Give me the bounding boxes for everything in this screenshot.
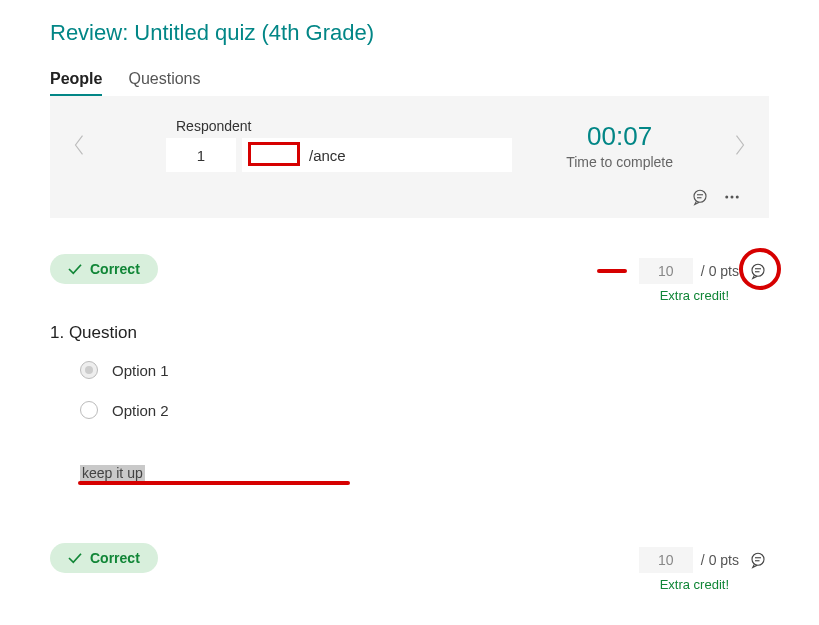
respondent-block: Respondent 1 /ance — [166, 118, 512, 172]
svg-point-9 — [752, 553, 764, 565]
respondent-label: Respondent — [176, 118, 512, 134]
review-page: Review: Untitled quiz (4th Grade) People… — [0, 0, 819, 592]
prev-respondent-button[interactable] — [70, 128, 88, 162]
question-2: Correct 10 / 0 pts Extra credit! — [50, 543, 769, 592]
points-input[interactable]: 10 — [639, 258, 693, 284]
svg-point-6 — [752, 264, 764, 276]
tab-people[interactable]: People — [50, 70, 102, 96]
option-1: Option 1 — [80, 361, 769, 379]
chevron-left-icon — [72, 133, 86, 157]
radio-option-2[interactable] — [80, 401, 98, 419]
correct-badge: Correct — [50, 254, 158, 284]
tab-questions[interactable]: Questions — [128, 70, 200, 96]
annotation-dash — [597, 269, 627, 273]
more-icon — [723, 188, 741, 206]
chevron-right-icon — [733, 133, 747, 157]
correct-badge: Correct — [50, 543, 158, 573]
chat-icon — [749, 551, 767, 569]
correct-label: Correct — [90, 550, 140, 566]
svg-point-0 — [694, 190, 706, 202]
respondent-index[interactable]: 1 — [166, 138, 236, 172]
respondent-card: Respondent 1 /ance 00:07 Time to complet… — [50, 96, 769, 218]
svg-point-4 — [731, 196, 734, 199]
feedback-text[interactable]: keep it up — [80, 465, 145, 481]
chat-icon — [691, 188, 709, 206]
check-icon — [68, 263, 82, 275]
extra-credit-label: Extra credit! — [50, 577, 769, 592]
respondent-fields: 1 /ance — [166, 138, 512, 172]
points-suffix: / 0 pts — [701, 263, 739, 279]
option-2-label: Option 2 — [112, 402, 169, 419]
respondent-feedback-button[interactable] — [689, 186, 711, 208]
check-icon — [68, 552, 82, 564]
question-feedback-button[interactable] — [747, 549, 769, 571]
next-respondent-button[interactable] — [731, 128, 749, 162]
options-list: Option 1 Option 2 — [80, 361, 769, 419]
redaction-annotation — [248, 142, 300, 166]
time-label: Time to complete — [566, 154, 673, 170]
extra-credit-label: Extra credit! — [50, 288, 769, 303]
question-feedback-button[interactable] — [747, 260, 769, 282]
svg-point-5 — [736, 196, 739, 199]
more-options-button[interactable] — [721, 186, 743, 208]
respondent-name-text: /ance — [309, 147, 346, 164]
points-area: 10 / 0 pts — [639, 547, 769, 573]
annotation-underline — [78, 481, 350, 485]
correct-label: Correct — [90, 261, 140, 277]
time-block: 00:07 Time to complete — [566, 121, 673, 170]
respondent-row: Respondent 1 /ance 00:07 Time to complet… — [70, 118, 749, 172]
feedback-comment: keep it up — [80, 465, 145, 481]
time-value: 00:07 — [566, 121, 673, 152]
question-title: 1. Question — [50, 323, 769, 343]
page-title: Review: Untitled quiz (4th Grade) — [50, 20, 769, 46]
respondent-name-field[interactable]: /ance — [242, 138, 512, 172]
points-input[interactable]: 10 — [639, 547, 693, 573]
points-suffix: / 0 pts — [701, 552, 739, 568]
card-actions — [70, 186, 749, 208]
radio-option-1[interactable] — [80, 361, 98, 379]
chat-icon — [749, 262, 767, 280]
tabs: People Questions — [50, 70, 769, 96]
option-1-label: Option 1 — [112, 362, 169, 379]
question-1: Correct 10 / 0 pts Extra credit! 1. Ques… — [50, 254, 769, 481]
option-2: Option 2 — [80, 401, 769, 419]
points-area: 10 / 0 pts — [597, 258, 769, 284]
svg-point-3 — [725, 196, 728, 199]
